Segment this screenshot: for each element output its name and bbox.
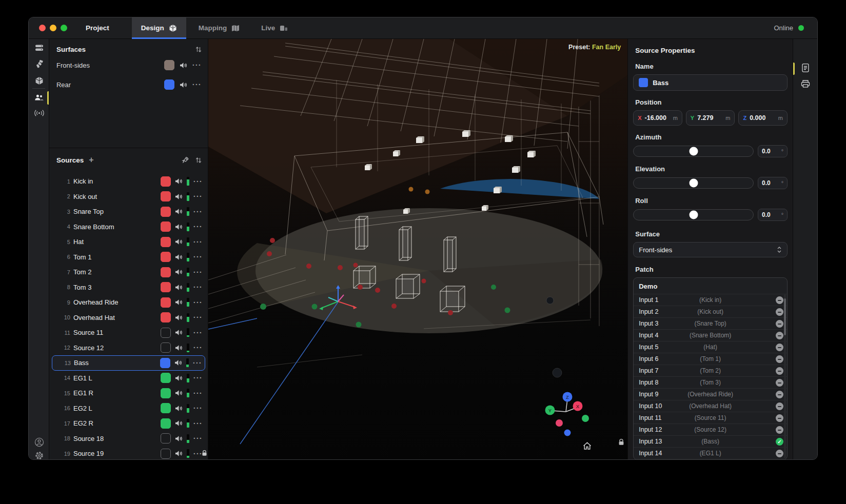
source-color-swatch[interactable] xyxy=(161,433,171,443)
source-row[interactable]: 3 Snare Top ··· xyxy=(49,204,208,219)
surface-dropdown[interactable]: Front-sides xyxy=(633,242,788,257)
slider-track[interactable] xyxy=(633,146,754,157)
home-view-button[interactable] xyxy=(583,442,592,450)
patch-input-row[interactable]: (Source 11) Input 11 xyxy=(634,412,787,424)
unpatch-minus-icon[interactable] xyxy=(776,426,783,434)
speaker-icon[interactable] xyxy=(175,345,183,351)
more-options-button[interactable]: ··· xyxy=(193,300,203,305)
more-options-button[interactable]: ··· xyxy=(193,360,202,366)
source-row[interactable]: 12 Source 12 ··· xyxy=(49,340,208,356)
source-row[interactable]: 1 Kick in ··· xyxy=(49,174,208,189)
broadcast-icon[interactable] xyxy=(29,109,49,117)
slider-value-field[interactable]: 0.0 ° xyxy=(758,177,788,189)
scene-canvas[interactable]: Z Y X xyxy=(208,39,627,460)
source-color-swatch[interactable] xyxy=(161,342,171,353)
tab-design[interactable]: Design xyxy=(132,17,186,39)
viewport-3d[interactable]: Preset: Fan Early xyxy=(208,39,627,460)
account-icon[interactable] xyxy=(29,437,49,447)
source-color-swatch[interactable] xyxy=(161,191,171,201)
speaker-icon[interactable] xyxy=(175,390,183,396)
objects-cube-icon[interactable] xyxy=(29,76,49,85)
speaker-icon[interactable] xyxy=(175,329,183,336)
patch-input-row[interactable]: (Snare Top) Input 3 xyxy=(634,317,787,329)
surface-row[interactable]: Front-sides ··· xyxy=(49,57,208,73)
position-value[interactable]: -16.000 xyxy=(645,114,666,122)
source-color-swatch[interactable] xyxy=(161,418,171,429)
speaker-icon[interactable] xyxy=(175,224,183,230)
source-row[interactable]: 14 EG1 L ··· xyxy=(49,371,208,386)
speaker-icon[interactable] xyxy=(175,450,183,457)
source-row[interactable]: 10 Overhead Hat ··· xyxy=(49,310,208,326)
rocket-icon[interactable] xyxy=(182,156,189,164)
speaker-icon[interactable] xyxy=(180,62,187,69)
unpatch-minus-icon[interactable] xyxy=(776,308,783,316)
patch-scrollbar-thumb[interactable] xyxy=(784,298,786,335)
source-color-swatch[interactable] xyxy=(161,221,171,232)
source-color-swatch[interactable] xyxy=(161,328,171,338)
more-options-button[interactable]: ··· xyxy=(193,224,203,229)
source-color-swatch[interactable] xyxy=(161,282,171,292)
source-row[interactable]: 15 EG1 R ··· xyxy=(49,386,208,401)
more-options-button[interactable]: ··· xyxy=(193,239,203,245)
slider-value-field[interactable]: 0.0 ° xyxy=(758,145,788,157)
unpatch-minus-icon[interactable] xyxy=(776,450,783,457)
patch-input-row[interactable]: (Tom 1) Input 6 xyxy=(634,353,787,365)
more-options-button[interactable]: ··· xyxy=(193,421,203,426)
speaker-icon[interactable] xyxy=(175,193,183,200)
source-row[interactable]: 13 Bass ··· xyxy=(52,355,205,371)
unpatch-minus-icon[interactable] xyxy=(776,296,783,304)
source-row[interactable]: 19 Source 19 ··· xyxy=(49,446,208,460)
patch-input-row[interactable]: (Overhead Ride) Input 9 xyxy=(634,388,787,400)
speaker-icon[interactable] xyxy=(175,238,183,245)
speaker-icon[interactable] xyxy=(175,420,183,427)
patch-input-row[interactable]: (Hat) Input 5 xyxy=(634,341,787,353)
unpatch-minus-icon[interactable] xyxy=(776,332,783,339)
more-options-button[interactable]: ··· xyxy=(193,330,203,335)
add-source-button[interactable]: + xyxy=(89,155,93,165)
unpatch-minus-icon[interactable] xyxy=(776,402,783,410)
surface-color-swatch[interactable] xyxy=(164,60,174,70)
source-row[interactable]: 6 Tom 1 ··· xyxy=(49,250,208,265)
patch-input-row[interactable]: (Tom 2) Input 7 xyxy=(634,365,787,376)
unpatch-minus-icon[interactable] xyxy=(776,367,783,375)
source-color-swatch[interactable] xyxy=(161,403,171,413)
patch-input-row[interactable]: (EG1 L) Input 14 xyxy=(634,447,787,459)
source-color-swatch[interactable] xyxy=(161,373,171,383)
patch-input-row[interactable]: (Kick out) Input 2 xyxy=(634,306,787,317)
speaker-icon[interactable] xyxy=(180,82,187,88)
slider-thumb[interactable] xyxy=(689,179,698,188)
more-options-button[interactable]: ··· xyxy=(193,285,203,290)
tab-live[interactable]: Live xyxy=(252,17,297,39)
printer-icon[interactable] xyxy=(793,79,817,88)
source-color-swatch[interactable] xyxy=(161,449,171,459)
speaker-array-icon[interactable] xyxy=(29,60,49,69)
patch-input-row[interactable]: (Overhead Hat) Input 10 xyxy=(634,400,787,412)
source-color-swatch[interactable] xyxy=(161,237,171,247)
more-options-button[interactable]: ··· xyxy=(193,179,203,184)
more-options-button[interactable]: ··· xyxy=(193,270,203,275)
source-color-swatch[interactable] xyxy=(161,312,171,322)
source-color-swatch[interactable] xyxy=(161,297,171,308)
position-value[interactable]: 0.000 xyxy=(750,114,765,122)
slider-value-field[interactable]: 0.0 ° xyxy=(758,209,788,221)
unpatch-minus-icon[interactable] xyxy=(776,414,783,422)
speaker-icon[interactable] xyxy=(175,375,183,381)
speaker-icon[interactable] xyxy=(175,435,183,442)
more-options-button[interactable]: ··· xyxy=(193,375,203,380)
speaker-icon[interactable] xyxy=(175,314,183,321)
slider-track[interactable] xyxy=(633,209,754,220)
speaker-icon[interactable] xyxy=(175,178,183,185)
source-row[interactable]: 18 Source 18 ··· xyxy=(49,431,208,447)
source-color-swatch[interactable] xyxy=(160,358,170,368)
speaker-icon[interactable] xyxy=(175,208,183,215)
position-value[interactable]: 7.279 xyxy=(697,114,713,122)
speaker-icon[interactable] xyxy=(175,284,183,291)
source-color-swatch[interactable] xyxy=(639,78,648,87)
speaker-icon[interactable] xyxy=(174,359,182,366)
sort-icon[interactable] xyxy=(195,46,202,53)
source-row[interactable]: 17 EG2 R ··· xyxy=(49,416,208,431)
more-options-button[interactable]: ··· xyxy=(193,254,203,259)
more-options-button[interactable]: ··· xyxy=(192,63,202,68)
more-options-button[interactable]: ··· xyxy=(193,209,203,214)
more-options-button[interactable]: ··· xyxy=(193,194,203,199)
